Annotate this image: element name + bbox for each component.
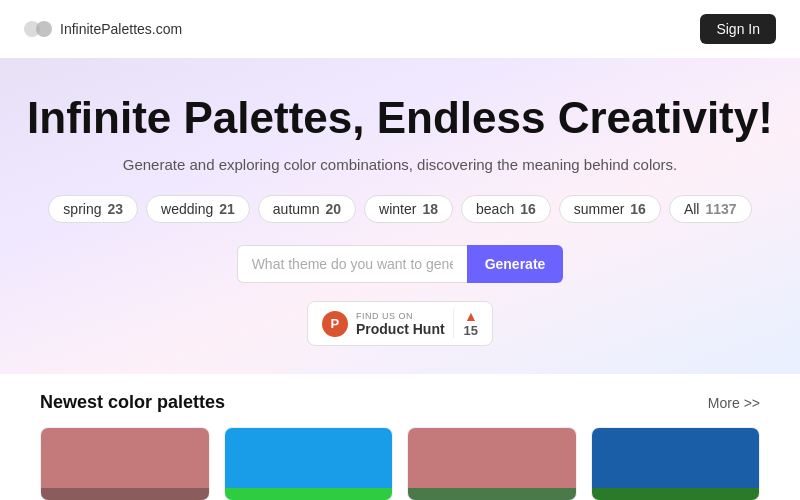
palette-card[interactable] [407,427,577,500]
palette-grid [40,427,760,500]
tag-label: summer [574,201,625,217]
palette-top-color [592,428,760,488]
ph-score-number: 15 [464,323,478,338]
more-link[interactable]: More >> [708,395,760,411]
tag-count: 20 [326,201,342,217]
tag-label: All [684,201,700,217]
ph-name-label: Product Hunt [356,321,445,337]
tag-list: spring23wedding21autumn20winter18beach16… [20,195,780,223]
generate-button[interactable]: Generate [467,245,564,283]
tag-label: spring [63,201,101,217]
product-hunt-text: FIND US ON Product Hunt [356,311,445,337]
palette-top-color [41,428,209,488]
newest-header: Newest color palettes More >> [40,392,760,413]
search-input[interactable] [237,245,467,283]
palette-bottom-color [408,488,576,500]
tag-count: 16 [630,201,646,217]
palette-bottom-color [592,488,760,500]
palette-card[interactable] [40,427,210,500]
ph-arrow-icon: ▲ [464,309,478,323]
ph-score-block: ▲ 15 [453,309,478,338]
tag-count: 18 [422,201,438,217]
header: InfinitePalettes.com Sign In [0,0,800,58]
tag-count: 21 [219,201,235,217]
product-hunt-badge[interactable]: P FIND US ON Product Hunt ▲ 15 [307,301,493,346]
logo-area: InfinitePalettes.com [24,21,182,37]
tag-wedding[interactable]: wedding21 [146,195,250,223]
tag-autumn[interactable]: autumn20 [258,195,356,223]
search-row: Generate [20,245,780,283]
tag-all[interactable]: All1137 [669,195,752,223]
palette-top-color [408,428,576,488]
tag-spring[interactable]: spring23 [48,195,138,223]
tag-winter[interactable]: winter18 [364,195,453,223]
hero-section: Infinite Palettes, Endless Creativity! G… [0,58,800,374]
palette-card[interactable] [224,427,394,500]
newest-title: Newest color palettes [40,392,225,413]
svg-point-1 [36,21,52,37]
tag-label: winter [379,201,416,217]
tag-label: autumn [273,201,320,217]
product-hunt-icon: P [322,311,348,337]
tag-label: wedding [161,201,213,217]
logo-icon [24,21,52,37]
tag-beach[interactable]: beach16 [461,195,551,223]
tag-count: 16 [520,201,536,217]
signin-button[interactable]: Sign In [700,14,776,44]
tag-count: 23 [108,201,124,217]
newest-section: Newest color palettes More >> [0,374,800,500]
palette-bottom-color [225,488,393,500]
palette-bottom-color [41,488,209,500]
hero-title: Infinite Palettes, Endless Creativity! [20,94,780,142]
logo-text: InfinitePalettes.com [60,21,182,37]
palette-card[interactable] [591,427,761,500]
tag-label: beach [476,201,514,217]
tag-count: 1137 [705,201,736,217]
palette-top-color [225,428,393,488]
hero-subtitle: Generate and exploring color combination… [20,156,780,173]
ph-find-label: FIND US ON [356,311,413,321]
tag-summer[interactable]: summer16 [559,195,661,223]
